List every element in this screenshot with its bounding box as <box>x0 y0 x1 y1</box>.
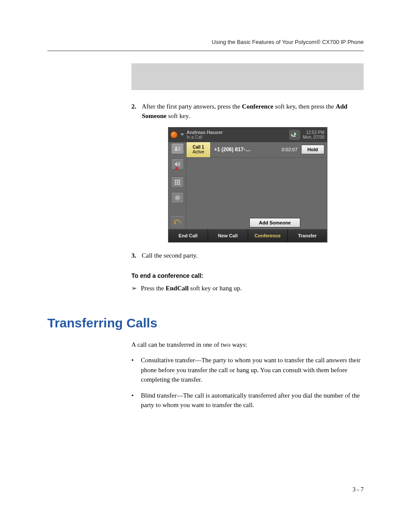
notification-badge <box>175 167 178 170</box>
svg-rect-3 <box>178 149 181 149</box>
forward-icon[interactable] <box>289 130 300 140</box>
keypad-icon[interactable] <box>171 177 184 188</box>
softkey-bar: End Call New Call Conference Transfer <box>168 229 327 242</box>
step-number: 2. <box>131 102 142 121</box>
bullet-icon: • <box>131 391 141 410</box>
gear-icon[interactable] <box>171 192 184 203</box>
phone-titlebar: Andreas Hauser In a Call 12:52 PM Mon, 0… <box>168 128 327 142</box>
step-text: Call the second party. <box>142 251 364 261</box>
svg-rect-13 <box>179 184 180 185</box>
svg-line-22 <box>175 199 176 199</box>
svg-rect-5 <box>175 180 176 181</box>
bullet-icon: • <box>131 355 141 385</box>
bullet-item: • Blind transfer—The call is automatical… <box>131 391 364 410</box>
step-number: 3. <box>131 251 142 261</box>
svg-line-21 <box>178 196 179 196</box>
bullet-text: Blind transfer—The call is automatically… <box>141 391 364 410</box>
section-title: Transferring Calls <box>47 316 364 330</box>
text: soft key or hang up. <box>189 285 242 292</box>
softkey-new-call[interactable]: New Call <box>208 229 248 242</box>
call-label: Call 1 <box>193 145 204 149</box>
add-someone-button[interactable]: Add Someone <box>249 218 300 227</box>
call-state: Active <box>193 149 204 154</box>
step-text: After the first party answers, press the… <box>142 102 364 121</box>
svg-line-20 <box>178 199 179 199</box>
svg-point-23 <box>174 222 176 224</box>
endcall-keyword: EndCall <box>166 285 189 292</box>
clock-time: 12:52 PM <box>303 130 324 135</box>
user-name: Andreas Hauser <box>187 130 286 135</box>
arrow-icon: ➢ <box>131 283 141 293</box>
softkey-conference[interactable]: Conference <box>248 229 288 242</box>
softkey-end-call[interactable]: End Call <box>168 229 208 242</box>
svg-rect-12 <box>177 184 178 185</box>
arrow-list-item: ➢ Press the EndCall soft key or hang up. <box>131 283 364 293</box>
user-status: In a Call <box>187 135 286 140</box>
section-intro: A call can be transferred in one of two … <box>131 340 364 350</box>
contacts-icon[interactable] <box>171 143 184 154</box>
svg-line-19 <box>175 196 176 196</box>
call-number: +1 (206) 817-… <box>211 146 278 152</box>
svg-rect-8 <box>175 181 176 183</box>
side-toolbar: ? <box>168 142 187 229</box>
svg-rect-1 <box>175 149 177 151</box>
help-icon[interactable]: ? <box>171 216 184 227</box>
phone-screenshot: Andreas Hauser In a Call 12:52 PM Mon, 0… <box>168 127 327 243</box>
call-timer: 0:02:07 <box>278 147 301 152</box>
call-body-empty <box>187 158 327 216</box>
svg-rect-9 <box>177 181 178 183</box>
presence-icon[interactable] <box>170 131 178 139</box>
bullet-item: • Consultative transfer—The party to who… <box>131 355 364 385</box>
svg-rect-11 <box>175 184 176 185</box>
call-tab[interactable]: Call 1 Active <box>187 142 211 157</box>
svg-text:?: ? <box>180 221 181 225</box>
hold-button[interactable]: Hold <box>301 145 324 154</box>
arrow-text: Press the EndCall soft key or hang up. <box>141 283 242 293</box>
running-head: Using the Basic Features of Your Polycom… <box>47 39 364 45</box>
svg-rect-2 <box>178 147 181 148</box>
svg-rect-10 <box>179 181 180 183</box>
call-row: Call 1 Active +1 (206) 817-… 0:02:07 Hol… <box>187 142 327 158</box>
svg-point-0 <box>175 146 177 149</box>
svg-point-14 <box>176 196 178 198</box>
bullet-text: Consultative transfer—The party to whom … <box>141 355 364 385</box>
conference-keyword: Conference <box>242 103 273 110</box>
text: soft key. <box>167 112 190 119</box>
text: After the first party answers, press the <box>142 103 242 110</box>
clock-date: Mon, 07/30 <box>303 135 324 140</box>
svg-rect-6 <box>177 180 178 181</box>
header-rule <box>47 50 364 51</box>
svg-rect-7 <box>179 180 180 181</box>
step-2: 2. After the first party answers, press … <box>131 102 364 121</box>
text: soft key, then press the <box>273 103 335 110</box>
subheading-end-conf: To end a conference call: <box>131 272 364 279</box>
step-3: 3. Call the second party. <box>131 251 364 261</box>
chevron-down-icon[interactable] <box>181 134 184 136</box>
image-placeholder <box>131 63 364 90</box>
text: Press the <box>141 285 166 292</box>
svg-rect-4 <box>178 150 181 150</box>
page-number: 3 - 7 <box>352 486 364 493</box>
softkey-transfer[interactable]: Transfer <box>288 229 327 242</box>
